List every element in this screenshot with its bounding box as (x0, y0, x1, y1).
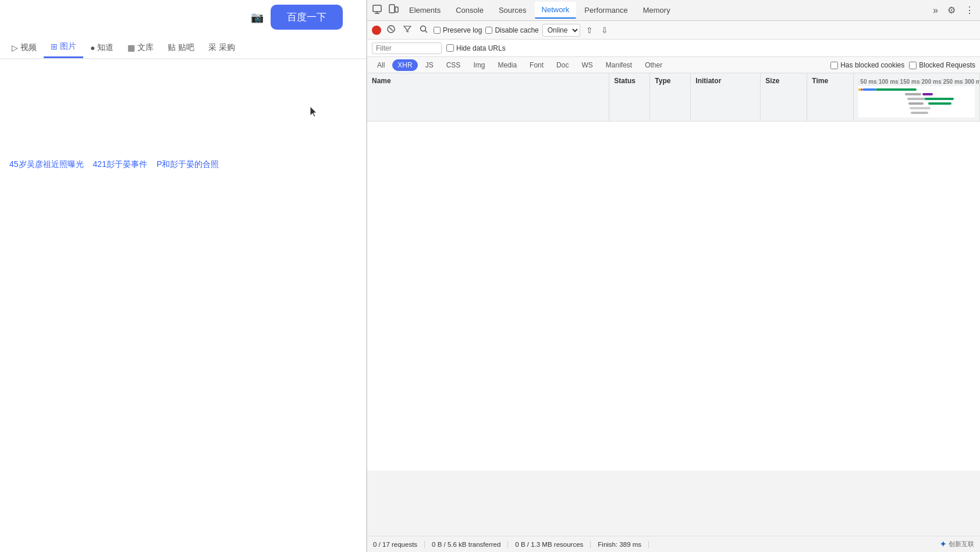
waterfall-bar-7 (910, 107, 931, 109)
logo-text: 创新互联 (949, 540, 974, 549)
clear-button[interactable] (385, 24, 397, 36)
th-size[interactable]: Size (761, 73, 807, 121)
import-button[interactable]: ⇧ (584, 24, 595, 36)
devtools-panel: Elements Console Sources Network Perform… (367, 0, 980, 552)
hide-data-urls-text: Hide data URLs (456, 44, 506, 52)
tab-image[interactable]: ⊞ 图片 (44, 37, 83, 58)
cursor-indicator (310, 106, 318, 120)
device-toolbar-button[interactable] (386, 2, 401, 19)
filter-manifest[interactable]: Manifest (601, 59, 637, 71)
disable-cache-checkbox[interactable] (485, 27, 492, 34)
baidu-search-button[interactable]: 百度一下 (271, 5, 343, 30)
inspect-element-button[interactable] (370, 2, 385, 19)
waterfall-bar-2 (862, 88, 876, 91)
search-button[interactable] (417, 24, 430, 36)
disable-cache-label[interactable]: Disable cache (485, 26, 538, 34)
filter-input[interactable] (372, 42, 442, 54)
finish-time: Finish: 389 ms (591, 541, 649, 548)
trending-links: 45岁吴彦祖近照曝光 421彭于晏事件 P和彭于晏的合照 (0, 152, 366, 177)
ruler-100ms: 100 ms (877, 79, 899, 85)
more-options-button[interactable]: ⋮ (961, 2, 978, 18)
th-initiator[interactable]: Initiator (691, 73, 761, 121)
tab-wenku[interactable]: ▦ 文库 (120, 37, 161, 58)
svg-rect-1 (389, 5, 395, 13)
network-toolbar: Preserve log Disable cache Online ⇧ ⇩ (367, 21, 980, 40)
hide-data-urls-checkbox[interactable] (446, 44, 454, 52)
preserve-log-text: Preserve log (443, 26, 482, 34)
ruler-50ms: 50 ms (858, 79, 876, 85)
blocked-cookies-text: Has blocked cookies (840, 61, 904, 69)
record-button[interactable] (372, 26, 381, 35)
transferred-size: 0 B / 5.6 kB transferred (425, 541, 508, 548)
filter-right: Has blocked cookies Blocked Requests (830, 61, 975, 69)
tab-tieba-label: 贴吧 (178, 42, 194, 53)
th-status[interactable]: Status (609, 73, 650, 121)
tab-video-label: 视频 (20, 42, 37, 53)
search-bar-area: 📷 百度一下 (0, 0, 366, 34)
trending-link-2[interactable]: P和彭于晏的合照 (157, 159, 219, 170)
waterfall-bar-11 (928, 102, 951, 105)
filter-button[interactable] (401, 24, 414, 36)
ruler-150ms: 150 ms (899, 79, 920, 85)
devtools-tab-memory[interactable]: Memory (636, 2, 677, 18)
camera-icon[interactable]: 📷 (251, 11, 264, 24)
tab-zhidao[interactable]: ● 知道 (83, 37, 120, 58)
filter-xhr[interactable]: XHR (392, 59, 417, 71)
more-tabs-button[interactable]: » (929, 3, 942, 18)
settings-button[interactable]: ⚙ (944, 2, 959, 18)
filter-font[interactable]: Font (524, 59, 549, 71)
network-main: Name Status Type Initiator Size Time 50 … (367, 73, 980, 536)
filter-js[interactable]: JS (420, 59, 439, 71)
devtools-tab-elements[interactable]: Elements (402, 2, 448, 18)
preserve-log-label[interactable]: Preserve log (434, 26, 482, 34)
filter-other[interactable]: Other (640, 59, 667, 71)
ruler-250ms: 250 ms (941, 79, 963, 85)
filter-img[interactable]: Img (468, 59, 490, 71)
devtools-tab-performance[interactable]: Performance (577, 2, 634, 18)
logo-icon: ✦ (940, 540, 946, 549)
table-header: Name Status Type Initiator Size Time 50 … (367, 73, 980, 122)
devtools-tab-console[interactable]: Console (449, 2, 491, 18)
blocked-requests-label[interactable]: Blocked Requests (909, 61, 975, 69)
blocked-cookies-label[interactable]: Has blocked cookies (830, 61, 904, 69)
preserve-log-checkbox[interactable] (434, 27, 441, 34)
svg-line-6 (425, 31, 428, 33)
nav-tabs: ▷ 视频 ⊞ 图片 ● 知道 ▦ 文库 贴 贴吧 采 采购 (0, 37, 366, 59)
blocked-requests-text: Blocked Requests (919, 61, 975, 69)
trending-link-0[interactable]: 45岁吴彦祖近照曝光 (9, 159, 84, 170)
trending-link-1[interactable]: 421彭于晏事件 (93, 159, 147, 170)
filter-bar: Hide data URLs (367, 40, 980, 57)
svg-rect-0 (373, 5, 381, 12)
caigou-icon: 采 (208, 42, 216, 53)
empty-table-area (367, 122, 980, 471)
waterfall-bar-9 (922, 93, 933, 95)
throttle-select[interactable]: Online (542, 24, 580, 37)
blocked-requests-checkbox[interactable] (909, 62, 917, 69)
devtools-tab-sources[interactable]: Sources (492, 2, 534, 18)
filter-all[interactable]: All (372, 59, 390, 71)
image-icon: ⊞ (51, 42, 58, 51)
requests-count: 0 / 17 requests (373, 541, 425, 548)
filter-doc[interactable]: Doc (551, 59, 574, 71)
tab-tieba[interactable]: 贴 贴吧 (161, 37, 201, 58)
th-time[interactable]: Time (807, 73, 854, 121)
blocked-cookies-checkbox[interactable] (830, 62, 838, 69)
svg-rect-2 (395, 7, 398, 12)
th-type[interactable]: Type (650, 73, 691, 121)
timeline-ruler: 50 ms 100 ms 150 ms 200 ms 250 ms 300 ms… (858, 77, 975, 86)
filter-media[interactable]: Media (492, 59, 522, 71)
tab-video[interactable]: ▷ 视频 (5, 37, 44, 58)
tab-caigou[interactable]: 采 采购 (201, 37, 242, 58)
export-button[interactable]: ⇩ (599, 24, 610, 36)
table-body[interactable] (367, 122, 980, 536)
ruler-300ms: 300 ms (963, 79, 980, 85)
tab-image-label: 图片 (60, 41, 76, 52)
devtools-tab-network[interactable]: Network (535, 2, 577, 19)
devtools-icons: » ⚙ ⋮ (929, 2, 978, 18)
th-name[interactable]: Name (367, 73, 609, 121)
th-waterfall[interactable]: 50 ms 100 ms 150 ms 200 ms 250 ms 300 ms… (854, 73, 980, 121)
filter-ws[interactable]: WS (576, 59, 598, 71)
filter-css[interactable]: CSS (441, 59, 466, 71)
hide-data-urls-label[interactable]: Hide data URLs (446, 44, 506, 52)
svg-point-5 (421, 26, 426, 31)
